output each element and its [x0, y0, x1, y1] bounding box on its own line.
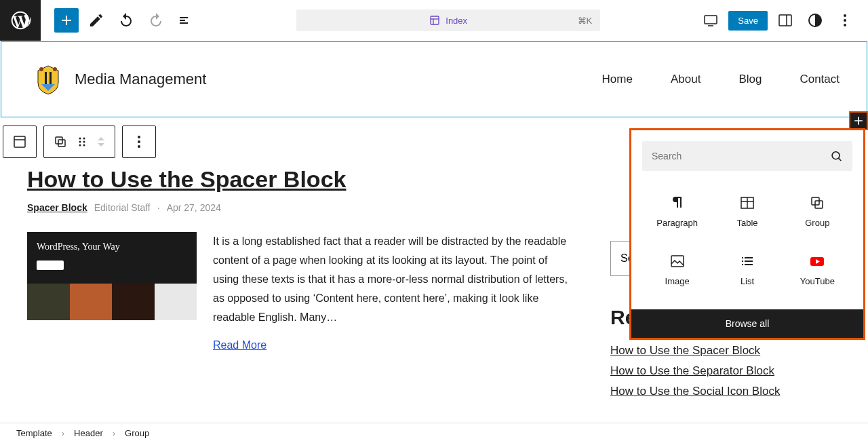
svg-point-19 — [83, 138, 85, 140]
post-meta: Spacer Block Editorial Staff · Apr 27, 2… — [27, 202, 570, 213]
toolbar-group-2 — [43, 126, 115, 158]
search-icon — [830, 149, 843, 163]
nav-blog[interactable]: Blog — [738, 73, 762, 86]
view-button[interactable] — [698, 8, 723, 33]
svg-rect-34 — [671, 256, 684, 267]
svg-point-9 — [844, 24, 846, 26]
inserter-list[interactable]: List — [712, 240, 782, 298]
recent-post-link[interactable]: How to Use the Spacer Block — [610, 344, 814, 358]
more-options-icon[interactable] — [127, 127, 151, 157]
topbar-right-tools: Save — [698, 8, 857, 33]
inserter-table[interactable]: Table — [712, 182, 782, 240]
template-part-icon[interactable] — [7, 127, 32, 157]
group-icon[interactable] — [48, 127, 73, 157]
hero-button — [37, 261, 64, 270]
svg-point-21 — [83, 141, 85, 143]
svg-point-23 — [83, 145, 85, 147]
drag-handle-icon[interactable] — [73, 127, 92, 157]
site-brand: Media Management — [28, 60, 206, 99]
svg-line-28 — [839, 158, 842, 161]
svg-rect-0 — [431, 16, 439, 24]
svg-rect-3 — [705, 16, 717, 24]
svg-rect-14 — [14, 136, 25, 147]
svg-point-12 — [39, 67, 43, 71]
read-more-link[interactable]: Read More — [213, 339, 267, 351]
edit-mode-button[interactable] — [84, 8, 108, 33]
svg-rect-11 — [50, 72, 52, 84]
svg-point-26 — [138, 145, 140, 148]
post-date: Apr 27, 2024 — [167, 202, 221, 213]
wordpress-logo[interactable] — [0, 0, 41, 41]
topbar: Index ⌘K Save — [0, 0, 868, 41]
post-excerpt-wrapper: It is a long established fact that a rea… — [213, 232, 570, 351]
topbar-center: Index ⌘K — [198, 9, 698, 31]
nav-contact[interactable]: Contact — [800, 73, 840, 86]
svg-point-18 — [79, 138, 81, 140]
document-label: Index — [446, 16, 467, 26]
settings-sidebar-button[interactable] — [773, 8, 797, 33]
svg-point-25 — [138, 140, 140, 143]
nav-about[interactable]: About — [671, 73, 701, 86]
gallery-strip — [27, 284, 197, 320]
post-category[interactable]: Spacer Block — [27, 202, 87, 213]
recent-post-link[interactable]: How to Use the Separator Block — [610, 364, 814, 378]
svg-point-24 — [138, 136, 140, 138]
svg-rect-5 — [779, 15, 791, 26]
inserter-search — [642, 141, 852, 171]
inserter-image[interactable]: Image — [642, 240, 712, 298]
site-header-block[interactable]: Media Management Home About Blog Contact — [1, 41, 867, 117]
post-author: Editorial Staff — [94, 202, 151, 213]
post-title[interactable]: How to Use the Spacer Block — [27, 166, 570, 193]
recent-posts-list: How to Use the Spacer Block How to Use t… — [610, 344, 814, 398]
topbar-left-tools — [41, 8, 198, 33]
post-excerpt: It is a long established fact that a rea… — [213, 232, 570, 327]
inserter-youtube[interactable]: YouTube — [783, 240, 852, 298]
post-body: WordPress, Your Way It is a long establi… — [27, 232, 570, 351]
append-block-button[interactable] — [849, 111, 868, 130]
inserter-grid: Paragraph Table Group Image List YouTube — [631, 182, 863, 309]
site-title[interactable]: Media Management — [75, 71, 206, 88]
document-overview-button[interactable] — [174, 8, 198, 33]
toolbar-group-3 — [122, 126, 156, 158]
options-button[interactable] — [833, 8, 857, 33]
inserter-paragraph[interactable]: Paragraph — [642, 182, 712, 240]
post-content: How to Use the Spacer Block Spacer Block… — [27, 166, 570, 405]
svg-point-27 — [832, 152, 840, 159]
add-block-button[interactable] — [54, 8, 79, 33]
block-inserter-panel: Paragraph Table Group Image List YouTube… — [629, 128, 865, 340]
svg-point-13 — [53, 67, 57, 71]
hero-text: WordPress, Your Way — [37, 242, 120, 252]
move-up-down-icon[interactable] — [92, 127, 111, 157]
svg-point-7 — [844, 14, 846, 17]
document-bar[interactable]: Index ⌘K — [296, 9, 600, 31]
shortcut-label: ⌘K — [578, 16, 593, 26]
svg-rect-17 — [58, 140, 65, 147]
svg-point-22 — [79, 145, 81, 147]
svg-point-20 — [79, 141, 81, 143]
save-button[interactable]: Save — [728, 11, 768, 31]
primary-nav: Home About Blog Contact — [602, 73, 840, 86]
styles-button[interactable] — [803, 8, 827, 33]
site-logo[interactable] — [28, 60, 68, 99]
nav-home[interactable]: Home — [602, 73, 633, 86]
redo-button[interactable] — [144, 8, 168, 33]
inserter-group[interactable]: Group — [783, 182, 852, 240]
undo-button[interactable] — [114, 8, 138, 33]
inserter-search-input[interactable] — [652, 151, 830, 161]
svg-rect-16 — [56, 137, 62, 144]
svg-rect-10 — [45, 72, 47, 84]
toolbar-group-1 — [3, 126, 37, 158]
svg-point-8 — [844, 19, 846, 22]
post-featured-image[interactable]: WordPress, Your Way — [27, 232, 197, 320]
recent-post-link[interactable]: How to Use the Social Icon Block — [610, 385, 814, 398]
browse-all-button[interactable]: Browse all — [631, 309, 863, 338]
